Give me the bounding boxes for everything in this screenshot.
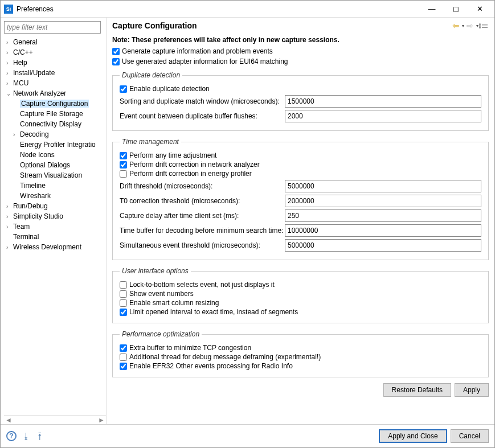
apply-and-close-button[interactable]: Apply and Close xyxy=(379,429,447,443)
back-icon[interactable]: ⇦ xyxy=(452,21,459,30)
tree-item[interactable]: ›Decoding xyxy=(4,129,106,139)
horizontal-scrollbar[interactable]: ◄► xyxy=(4,415,106,424)
tree-item[interactable]: ›Install/Update xyxy=(4,68,106,78)
tree-item[interactable]: Terminal xyxy=(4,232,106,242)
import-icon[interactable]: ⭳ xyxy=(22,431,30,441)
tree-item[interactable]: Capture Configuration xyxy=(4,98,106,109)
time-management-group: Time management Perform any time adjustm… xyxy=(112,138,489,260)
content-pane: Capture Configuration ⇦▾ ⇨▾ Note: These … xyxy=(107,18,494,424)
back-menu-caret[interactable]: ▾ xyxy=(462,23,464,28)
time-buffer-input[interactable] xyxy=(285,224,481,237)
tree-item[interactable]: ›MCU xyxy=(4,78,106,88)
duplicate-legend: Duplicate detection xyxy=(120,71,182,79)
duplicate-detection-group: Duplicate detection Enable duplicate det… xyxy=(112,71,489,131)
drift-threshold-label: Drift threshold (microseconds): xyxy=(120,182,285,190)
tree-item[interactable]: ›Team xyxy=(4,221,106,232)
drift-na-checkbox[interactable] xyxy=(120,161,127,168)
sort-window-input[interactable] xyxy=(285,95,481,108)
ui-options-group: User interface options Lock-to-bottom se… xyxy=(112,267,489,323)
drift-ep-label: Perform drift correction in energy profi… xyxy=(129,170,252,178)
tree-item[interactable]: Capture File Storage xyxy=(4,109,106,119)
help-icon[interactable]: ? xyxy=(6,431,17,441)
tree-item[interactable]: ›Help xyxy=(4,57,106,68)
enable-dup-label: Enable duplicate detection xyxy=(129,85,210,93)
tree-item[interactable]: Node Icons xyxy=(4,150,106,160)
generate-info-label: Generate capture information and problem… xyxy=(122,47,273,55)
additional-thread-label: Additional thread for debug message defr… xyxy=(129,353,321,361)
time-legend: Time management xyxy=(120,138,181,146)
cancel-button[interactable]: Cancel xyxy=(451,429,489,443)
tree-item[interactable]: ›C/C++ xyxy=(4,47,106,57)
lock-bottom-checkbox[interactable] xyxy=(120,281,127,289)
tree-item[interactable]: ›Run/Debug xyxy=(4,201,106,211)
smart-resize-label: Enable smart column resizing xyxy=(129,299,219,307)
ui-legend: User interface options xyxy=(120,267,191,275)
filter-input[interactable] xyxy=(4,21,101,34)
window-title: Preferences xyxy=(17,5,420,13)
show-nums-label: Show event numbers xyxy=(129,290,194,298)
time-buffer-label: Time buffer for decoding before minimum … xyxy=(120,227,285,235)
close-button[interactable]: ✕ xyxy=(468,1,491,17)
perf-legend: Performance optimization xyxy=(120,330,202,338)
restore-defaults-button[interactable]: Restore Defaults xyxy=(383,383,451,397)
bottom-bar: ? ⭳ ⭱ Apply and Close Cancel xyxy=(1,424,494,447)
extra-buffer-label: Extra buffer to minimize TCP congestion xyxy=(129,344,251,352)
view-menu-icon[interactable] xyxy=(481,23,489,29)
sim-threshold-input[interactable] xyxy=(285,239,481,252)
export-icon[interactable]: ⭱ xyxy=(36,431,44,441)
smart-resize-checkbox[interactable] xyxy=(120,299,127,307)
tree-item[interactable]: ›Simplicity Studio xyxy=(4,211,106,221)
perform-any-label: Perform any time adjustment xyxy=(129,151,216,159)
tree-item[interactable]: Connectivity Display xyxy=(4,119,106,129)
tree-item[interactable]: Stream Visualization xyxy=(4,170,106,180)
limit-interval-checkbox[interactable] xyxy=(120,309,127,316)
sim-threshold-label: Simultaneous event threshold (microsecon… xyxy=(120,241,285,249)
drift-threshold-input[interactable] xyxy=(285,180,481,192)
t0-threshold-input[interactable] xyxy=(285,195,481,207)
sort-window-label: Sorting and duplicate match window (micr… xyxy=(120,97,285,105)
event-count-label: Event count between duplicate buffer flu… xyxy=(120,112,285,120)
forward-icon[interactable]: ⇨ xyxy=(467,21,473,30)
drift-ep-checkbox[interactable] xyxy=(120,170,127,178)
capture-delay-label: Capture delay after time client set (ms)… xyxy=(120,212,285,220)
tree-item[interactable]: Timeline xyxy=(4,180,106,191)
sidebar: ›General›C/C++›Help›Install/Update›MCU⌄N… xyxy=(1,18,107,424)
app-icon: Si xyxy=(4,5,13,14)
tree-item[interactable]: Optional Dialogs xyxy=(4,160,106,170)
perform-any-checkbox[interactable] xyxy=(120,152,127,159)
generate-info-checkbox[interactable] xyxy=(112,48,120,55)
preferences-tree[interactable]: ›General›C/C++›Help›Install/Update›MCU⌄N… xyxy=(4,37,106,415)
event-count-input[interactable] xyxy=(285,110,481,122)
limit-interval-label: Limit opened interval to exact time, ins… xyxy=(129,308,298,316)
page-title: Capture Configuration xyxy=(112,21,452,30)
extra-buffer-checkbox[interactable] xyxy=(120,344,127,352)
apply-button[interactable]: Apply xyxy=(455,383,489,397)
drift-na-label: Perform drift correction in network anal… xyxy=(129,161,260,168)
maximize-button[interactable]: ◻ xyxy=(444,1,467,17)
enable-dup-checkbox[interactable] xyxy=(120,85,127,93)
performance-group: Performance optimization Extra buffer to… xyxy=(112,330,489,377)
titlebar: Si Preferences — ◻ ✕ xyxy=(1,1,494,18)
tree-item[interactable]: Wireshark xyxy=(4,191,106,201)
use-adapter-label: Use generated adapter information for EU… xyxy=(122,57,288,65)
note-text: Note: These preferences will take affect… xyxy=(112,36,489,44)
tree-item[interactable]: Energy Profiler Integratio xyxy=(4,139,106,150)
tree-item[interactable]: ›Wireless Development xyxy=(4,242,106,252)
tree-item[interactable]: ⌄Network Analyzer xyxy=(4,88,106,98)
show-nums-checkbox[interactable] xyxy=(120,290,127,298)
use-adapter-checkbox[interactable] xyxy=(112,58,120,65)
additional-thread-checkbox[interactable] xyxy=(120,354,127,361)
efr32-label: Enable EFR32 Other events processing for… xyxy=(129,362,293,370)
tree-item[interactable]: ›General xyxy=(4,37,106,47)
capture-delay-input[interactable] xyxy=(285,209,481,222)
efr32-checkbox[interactable] xyxy=(120,363,127,370)
forward-menu-caret[interactable]: ▾ xyxy=(476,23,478,28)
lock-bottom-label: Lock-to-bottom selects event, not just d… xyxy=(129,281,275,289)
t0-threshold-label: T0 correction threshold (microseconds): xyxy=(120,197,285,205)
minimize-button[interactable]: — xyxy=(420,1,443,17)
